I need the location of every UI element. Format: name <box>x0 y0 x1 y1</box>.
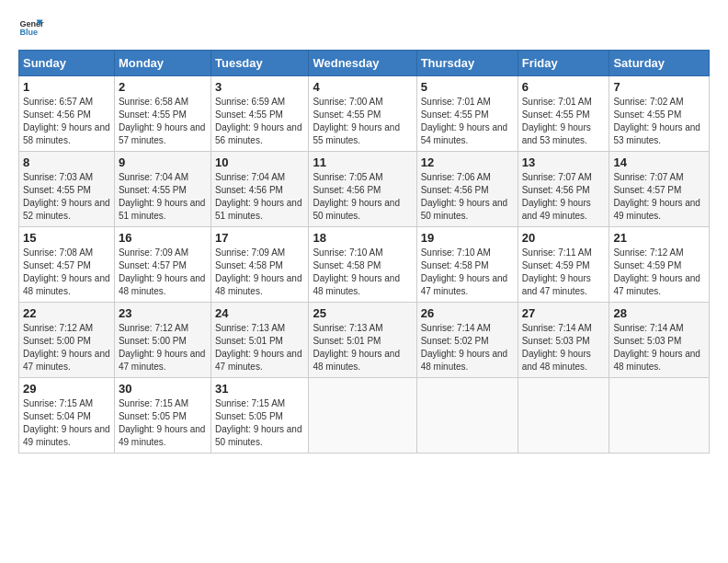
day-cell: 1Sunrise: 6:57 AMSunset: 4:56 PMDaylight… <box>19 76 115 152</box>
day-cell <box>416 378 518 454</box>
day-number: 25 <box>313 306 412 320</box>
day-number: 14 <box>613 155 705 169</box>
day-cell: 15Sunrise: 7:08 AMSunset: 4:57 PMDayligh… <box>19 227 115 303</box>
day-cell: 11Sunrise: 7:05 AMSunset: 4:56 PMDayligh… <box>309 152 416 227</box>
day-info: Sunrise: 7:12 AMSunset: 5:00 PMDaylight:… <box>119 323 206 372</box>
day-info: Sunrise: 7:03 AMSunset: 4:55 PMDaylight:… <box>23 172 110 221</box>
day-number: 27 <box>522 306 606 320</box>
header-cell-friday: Friday <box>518 51 609 76</box>
day-cell: 14Sunrise: 7:07 AMSunset: 4:57 PMDayligh… <box>609 152 710 227</box>
day-cell <box>518 378 609 454</box>
day-number: 31 <box>215 382 304 396</box>
day-info: Sunrise: 7:14 AMSunset: 5:03 PMDaylight:… <box>522 323 592 372</box>
day-cell: 22Sunrise: 7:12 AMSunset: 5:00 PMDayligh… <box>19 303 115 378</box>
day-number: 3 <box>215 80 304 94</box>
day-cell: 9Sunrise: 7:04 AMSunset: 4:55 PMDaylight… <box>114 152 210 227</box>
day-number: 4 <box>313 80 412 94</box>
day-info: Sunrise: 7:07 AMSunset: 4:56 PMDaylight:… <box>522 172 592 221</box>
day-number: 11 <box>313 155 412 169</box>
day-number: 26 <box>421 306 514 320</box>
day-number: 18 <box>313 231 412 245</box>
day-number: 28 <box>613 306 705 320</box>
day-number: 24 <box>215 306 304 320</box>
day-cell: 6Sunrise: 7:01 AMSunset: 4:55 PMDaylight… <box>518 76 609 152</box>
day-info: Sunrise: 7:07 AMSunset: 4:57 PMDaylight:… <box>613 172 700 221</box>
day-cell: 26Sunrise: 7:14 AMSunset: 5:02 PMDayligh… <box>416 303 518 378</box>
day-info: Sunrise: 7:00 AMSunset: 4:55 PMDaylight:… <box>313 97 400 145</box>
day-cell: 18Sunrise: 7:10 AMSunset: 4:58 PMDayligh… <box>309 227 416 303</box>
day-number: 17 <box>215 231 304 245</box>
day-cell: 21Sunrise: 7:12 AMSunset: 4:59 PMDayligh… <box>609 227 710 303</box>
day-cell: 4Sunrise: 7:00 AMSunset: 4:55 PMDaylight… <box>309 76 416 152</box>
day-cell: 30Sunrise: 7:15 AMSunset: 5:05 PMDayligh… <box>114 378 210 454</box>
header-cell-saturday: Saturday <box>609 51 710 76</box>
day-info: Sunrise: 6:58 AMSunset: 4:55 PMDaylight:… <box>119 97 206 145</box>
day-info: Sunrise: 7:13 AMSunset: 5:01 PMDaylight:… <box>313 323 400 372</box>
day-info: Sunrise: 7:06 AMSunset: 4:56 PMDaylight:… <box>421 172 508 221</box>
day-info: Sunrise: 7:15 AMSunset: 5:05 PMDaylight:… <box>215 398 302 447</box>
day-info: Sunrise: 6:59 AMSunset: 4:55 PMDaylight:… <box>215 97 302 145</box>
day-number: 21 <box>613 231 705 245</box>
day-info: Sunrise: 7:11 AMSunset: 4:59 PMDaylight:… <box>522 247 592 296</box>
day-info: Sunrise: 7:08 AMSunset: 4:57 PMDaylight:… <box>23 247 110 296</box>
logo: General Blue <box>18 15 44 40</box>
day-cell <box>309 378 416 454</box>
calendar-table: SundayMondayTuesdayWednesdayThursdayFrid… <box>18 50 710 454</box>
day-info: Sunrise: 7:14 AMSunset: 5:02 PMDaylight:… <box>421 323 508 372</box>
day-number: 13 <box>522 155 606 169</box>
week-row-4: 22Sunrise: 7:12 AMSunset: 5:00 PMDayligh… <box>19 303 710 378</box>
day-number: 6 <box>522 80 606 94</box>
day-number: 23 <box>119 306 207 320</box>
day-cell: 25Sunrise: 7:13 AMSunset: 5:01 PMDayligh… <box>309 303 416 378</box>
day-info: Sunrise: 7:09 AMSunset: 4:57 PMDaylight:… <box>119 247 206 296</box>
header-cell-wednesday: Wednesday <box>309 51 416 76</box>
day-cell: 23Sunrise: 7:12 AMSunset: 5:00 PMDayligh… <box>114 303 210 378</box>
header: General Blue <box>18 15 710 40</box>
day-number: 5 <box>421 80 514 94</box>
day-number: 1 <box>23 80 110 94</box>
day-info: Sunrise: 7:13 AMSunset: 5:01 PMDaylight:… <box>215 323 302 372</box>
day-cell: 29Sunrise: 7:15 AMSunset: 5:04 PMDayligh… <box>19 378 115 454</box>
header-cell-monday: Monday <box>114 51 210 76</box>
day-cell: 19Sunrise: 7:10 AMSunset: 4:58 PMDayligh… <box>416 227 518 303</box>
day-info: Sunrise: 7:15 AMSunset: 5:05 PMDaylight:… <box>119 398 206 447</box>
day-info: Sunrise: 7:01 AMSunset: 4:55 PMDaylight:… <box>421 97 508 145</box>
day-info: Sunrise: 7:12 AMSunset: 4:59 PMDaylight:… <box>613 247 700 296</box>
week-row-2: 8Sunrise: 7:03 AMSunset: 4:55 PMDaylight… <box>19 152 710 227</box>
day-number: 20 <box>522 231 606 245</box>
day-info: Sunrise: 7:15 AMSunset: 5:04 PMDaylight:… <box>23 398 110 447</box>
day-cell: 27Sunrise: 7:14 AMSunset: 5:03 PMDayligh… <box>518 303 609 378</box>
day-cell: 28Sunrise: 7:14 AMSunset: 5:03 PMDayligh… <box>609 303 710 378</box>
day-number: 29 <box>23 382 110 396</box>
week-row-5: 29Sunrise: 7:15 AMSunset: 5:04 PMDayligh… <box>19 378 710 454</box>
day-info: Sunrise: 6:57 AMSunset: 4:56 PMDaylight:… <box>23 97 110 145</box>
day-number: 15 <box>23 231 110 245</box>
day-info: Sunrise: 7:12 AMSunset: 5:00 PMDaylight:… <box>23 323 110 372</box>
day-number: 30 <box>119 382 207 396</box>
day-cell <box>609 378 710 454</box>
day-cell: 13Sunrise: 7:07 AMSunset: 4:56 PMDayligh… <box>518 152 609 227</box>
day-cell: 7Sunrise: 7:02 AMSunset: 4:55 PMDaylight… <box>609 76 710 152</box>
day-cell: 3Sunrise: 6:59 AMSunset: 4:55 PMDaylight… <box>210 76 308 152</box>
day-cell: 24Sunrise: 7:13 AMSunset: 5:01 PMDayligh… <box>210 303 308 378</box>
header-cell-thursday: Thursday <box>416 51 518 76</box>
header-cell-tuesday: Tuesday <box>210 51 308 76</box>
day-number: 16 <box>119 231 207 245</box>
day-cell: 10Sunrise: 7:04 AMSunset: 4:56 PMDayligh… <box>210 152 308 227</box>
svg-text:Blue: Blue <box>19 28 38 37</box>
day-info: Sunrise: 7:02 AMSunset: 4:55 PMDaylight:… <box>613 97 700 145</box>
day-info: Sunrise: 7:05 AMSunset: 4:56 PMDaylight:… <box>313 172 400 221</box>
day-info: Sunrise: 7:04 AMSunset: 4:56 PMDaylight:… <box>215 172 302 221</box>
day-number: 9 <box>119 155 207 169</box>
day-number: 2 <box>119 80 207 94</box>
day-info: Sunrise: 7:14 AMSunset: 5:03 PMDaylight:… <box>613 323 700 372</box>
day-number: 10 <box>215 155 304 169</box>
day-number: 12 <box>421 155 514 169</box>
day-info: Sunrise: 7:10 AMSunset: 4:58 PMDaylight:… <box>421 247 508 296</box>
day-info: Sunrise: 7:01 AMSunset: 4:55 PMDaylight:… <box>522 97 592 145</box>
day-cell: 8Sunrise: 7:03 AMSunset: 4:55 PMDaylight… <box>19 152 115 227</box>
day-number: 22 <box>23 306 110 320</box>
header-cell-sunday: Sunday <box>19 51 115 76</box>
day-info: Sunrise: 7:09 AMSunset: 4:58 PMDaylight:… <box>215 247 302 296</box>
header-row: SundayMondayTuesdayWednesdayThursdayFrid… <box>19 51 710 76</box>
